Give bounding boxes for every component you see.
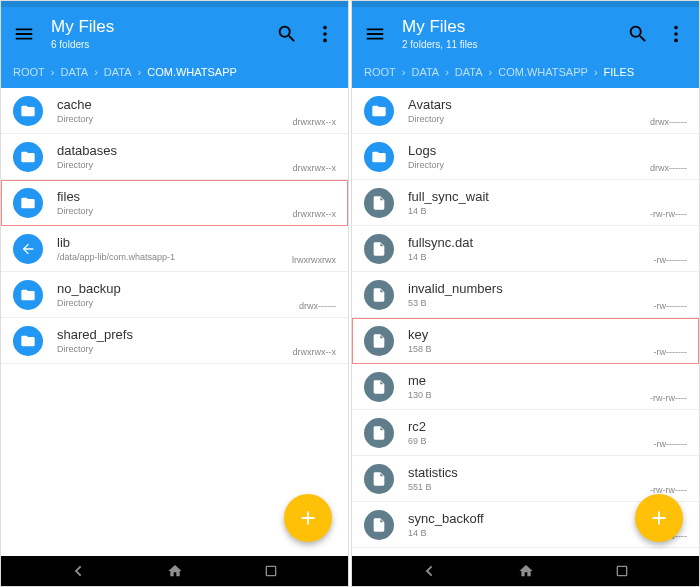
folder-icon — [364, 96, 394, 126]
nav-home-button[interactable] — [506, 561, 546, 581]
list-item[interactable]: me130 B-rw-rw---- — [352, 364, 699, 410]
list-item[interactable]: rc269 B-rw------- — [352, 410, 699, 456]
item-permissions: -rw------- — [654, 439, 687, 449]
item-name: files — [57, 189, 336, 204]
item-name: statistics — [408, 465, 687, 480]
item-name: fullsync.dat — [408, 235, 687, 250]
item-name: no_backup — [57, 281, 336, 296]
svg-point-4 — [674, 25, 678, 29]
item-permissions: -rw------- — [654, 347, 687, 357]
item-info: key158 B — [408, 327, 687, 354]
item-permissions: -rw-rw---- — [650, 393, 687, 403]
menu-icon[interactable] — [13, 23, 35, 45]
menu-icon[interactable] — [364, 23, 386, 45]
svg-point-2 — [323, 38, 327, 42]
item-permissions: drwx------ — [299, 301, 336, 311]
chevron-right-icon: › — [51, 66, 55, 78]
fab-add-button[interactable] — [284, 494, 332, 542]
list-item[interactable]: AvatarsDirectorydrwx------ — [352, 88, 699, 134]
file-icon — [364, 418, 394, 448]
item-sub: 69 B — [408, 436, 687, 446]
nav-back-button[interactable] — [58, 561, 98, 581]
svg-rect-7 — [618, 566, 627, 575]
item-name: me — [408, 373, 687, 388]
breadcrumb: ROOT›DATA›DATA›COM.WHATSAPP — [1, 58, 348, 88]
list-item[interactable]: cacheDirectorydrwxrwx--x — [1, 88, 348, 134]
item-permissions: drwxrwx--x — [293, 209, 337, 219]
item-info: me130 B — [408, 373, 687, 400]
item-permissions: drwxrwx--x — [293, 163, 337, 173]
search-icon[interactable] — [276, 23, 298, 45]
file-icon — [364, 188, 394, 218]
item-permissions: -rw------- — [654, 301, 687, 311]
item-info: no_backupDirectory — [57, 281, 336, 308]
item-permissions: -rw-rw---- — [650, 209, 687, 219]
list-item[interactable]: statistics551 B-rw-rw---- — [352, 456, 699, 502]
file-icon — [364, 510, 394, 540]
chevron-right-icon: › — [489, 66, 493, 78]
list-item[interactable]: filesDirectorydrwxrwx--x — [1, 180, 348, 226]
folder-icon — [13, 280, 43, 310]
app-subtitle: 2 folders, 11 files — [402, 39, 611, 50]
app-title: My Files — [402, 17, 611, 37]
svg-point-1 — [323, 32, 327, 36]
item-name: key — [408, 327, 687, 342]
item-sub: 158 B — [408, 344, 687, 354]
item-name: databases — [57, 143, 336, 158]
chevron-right-icon: › — [402, 66, 406, 78]
android-nav-bar — [1, 556, 348, 586]
pane-0: My Files6 foldersROOT›DATA›DATA›COM.WHAT… — [0, 0, 349, 587]
breadcrumb-segment[interactable]: ROOT — [364, 66, 396, 78]
fab-add-button[interactable] — [635, 494, 683, 542]
breadcrumb-segment[interactable]: DATA — [411, 66, 439, 78]
breadcrumb-segment[interactable]: DATA — [104, 66, 132, 78]
list-item[interactable]: full_sync_wait14 B-rw-rw---- — [352, 180, 699, 226]
item-sub: Directory — [57, 298, 336, 308]
file-list: cacheDirectorydrwxrwx--xdatabasesDirecto… — [1, 88, 348, 556]
item-sub: 130 B — [408, 390, 687, 400]
app-subtitle: 6 folders — [51, 39, 260, 50]
list-item[interactable]: databasesDirectorydrwxrwx--x — [1, 134, 348, 180]
nav-recents-button[interactable] — [251, 561, 291, 581]
breadcrumb-segment[interactable]: FILES — [604, 66, 635, 78]
item-name: lib — [57, 235, 336, 250]
item-sub: 551 B — [408, 482, 687, 492]
title-wrap: My Files2 folders, 11 files — [402, 17, 611, 50]
chevron-right-icon: › — [445, 66, 449, 78]
item-name: Avatars — [408, 97, 687, 112]
chevron-right-icon: › — [138, 66, 142, 78]
item-info: LogsDirectory — [408, 143, 687, 170]
list-item[interactable]: LogsDirectorydrwx------ — [352, 134, 699, 180]
item-info: fullsync.dat14 B — [408, 235, 687, 262]
file-icon — [364, 326, 394, 356]
breadcrumb-segment[interactable]: ROOT — [13, 66, 45, 78]
list-item[interactable]: no_backupDirectorydrwx------ — [1, 272, 348, 318]
list-item[interactable]: fullsync.dat14 B-rw------- — [352, 226, 699, 272]
pane-1: My Files2 folders, 11 filesROOT›DATA›DAT… — [351, 0, 700, 587]
nav-home-button[interactable] — [155, 561, 195, 581]
list-item[interactable]: shared_prefsDirectorydrwxrwx--x — [1, 318, 348, 364]
list-item[interactable]: invalid_numbers53 B-rw------- — [352, 272, 699, 318]
file-list: AvatarsDirectorydrwx------LogsDirectoryd… — [352, 88, 699, 556]
list-item[interactable]: key158 B-rw------- — [352, 318, 699, 364]
overflow-menu-icon[interactable] — [314, 23, 336, 45]
item-name: invalid_numbers — [408, 281, 687, 296]
breadcrumb-segment[interactable]: DATA — [455, 66, 483, 78]
breadcrumb-segment[interactable]: COM.WHATSAPP — [147, 66, 237, 78]
item-name: shared_prefs — [57, 327, 336, 342]
search-icon[interactable] — [627, 23, 649, 45]
app-bar: My Files6 folders — [1, 7, 348, 58]
item-sub: Directory — [408, 114, 687, 124]
svg-rect-3 — [267, 566, 276, 575]
breadcrumb-segment[interactable]: COM.WHATSAPP — [498, 66, 588, 78]
list-item[interactable]: lib/data/app-lib/com.whatsapp-1lrwxrwxrw… — [1, 226, 348, 272]
item-sub: Directory — [408, 160, 687, 170]
item-name: cache — [57, 97, 336, 112]
svg-point-5 — [674, 32, 678, 36]
breadcrumb-segment[interactable]: DATA — [60, 66, 88, 78]
svg-point-0 — [323, 25, 327, 29]
overflow-menu-icon[interactable] — [665, 23, 687, 45]
nav-recents-button[interactable] — [602, 561, 642, 581]
nav-back-button[interactable] — [409, 561, 449, 581]
link-icon — [13, 234, 43, 264]
